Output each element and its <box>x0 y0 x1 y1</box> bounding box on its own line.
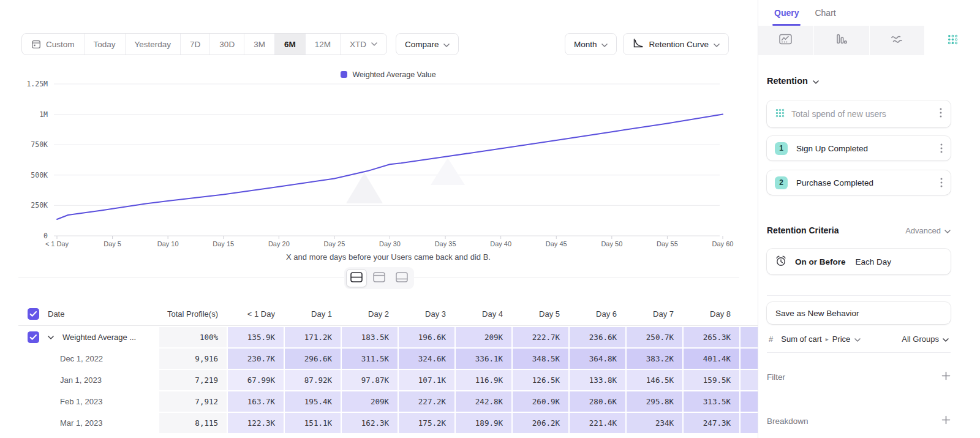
retention-value-cell: 126.5K <box>511 370 568 390</box>
step-card[interactable]: 1 Sign Up Completed <box>767 136 951 160</box>
view-toggle-table-only[interactable] <box>391 269 412 287</box>
save-as-new-behavior-button[interactable]: Save as New Behavior <box>767 302 951 324</box>
chart-type-bar[interactable] <box>814 26 869 55</box>
view-toggle-split-view[interactable] <box>346 269 367 287</box>
chart-type-flows[interactable] <box>870 26 925 55</box>
watermark-triangle <box>431 158 465 185</box>
column-header: Day 5 <box>511 309 568 319</box>
plus-icon[interactable] <box>941 415 951 426</box>
compare-button[interactable]: Compare <box>396 33 459 55</box>
alarm-clock-icon <box>775 255 787 269</box>
chevron-down-icon <box>813 76 819 86</box>
range-custom[interactable]: Custom <box>22 34 84 55</box>
divider <box>767 352 951 353</box>
chart-type-insights-line[interactable] <box>758 26 813 55</box>
table-row[interactable]: Dec 1, 20229,916230.7K296.6K311.5K324.6K… <box>18 349 758 369</box>
sidebar-tabs: QueryChart <box>758 0 980 26</box>
chart-style-dropdown[interactable]: Retention Curve <box>623 33 729 55</box>
chart-only-icon <box>373 272 385 285</box>
table-row[interactable]: Feb 1, 20237,912163.7K195.4K209K227.2K24… <box>18 391 758 412</box>
chevron-down-icon <box>854 334 861 344</box>
total-profiles-cell: 9,916 <box>159 349 227 369</box>
range-12m[interactable]: 12M <box>305 34 340 55</box>
x-axis-tick-label: Day 25 <box>310 240 359 247</box>
row-checkbox[interactable] <box>28 331 39 343</box>
tab-chart[interactable]: Chart <box>815 0 835 26</box>
range-6m[interactable]: 6M <box>274 34 305 55</box>
retention-value-cell: 122.3K <box>227 413 284 433</box>
table-row[interactable]: Jan 1, 20237,21967.99K87.92K97.87K107.1K… <box>18 370 758 390</box>
metric-property: Price <box>832 334 851 344</box>
y-axis-tick-label: 250K <box>18 200 48 210</box>
column-header: Day 7 <box>625 309 682 319</box>
expand-chevron-icon[interactable] <box>48 336 54 339</box>
column-header: < 1 Day <box>227 309 284 319</box>
toolbar-right-group: Month Retention Curve <box>565 33 729 55</box>
range-7d[interactable]: 7D <box>180 34 209 55</box>
column-header: Day 3 <box>398 309 454 319</box>
column-header: Day 1 <box>284 309 341 319</box>
y-axis-tick-label: 1.25M <box>18 79 48 89</box>
table-row[interactable]: Mar 1, 20238,115122.3K151.1K162.3K175.2K… <box>18 413 758 433</box>
chart-type-retention[interactable] <box>925 26 980 55</box>
x-axis-tick-label: Day 45 <box>532 240 581 247</box>
range-3m[interactable]: 3M <box>244 34 274 55</box>
retention-value-cell: 236.6K <box>568 327 625 347</box>
kebab-menu-icon[interactable] <box>940 108 942 120</box>
split-view-icon <box>350 272 363 285</box>
criteria-card[interactable]: On or Before Each Day <box>767 249 951 274</box>
step-card[interactable]: 2 Purchase Completed <box>767 170 951 195</box>
kebab-menu-icon[interactable] <box>940 143 943 153</box>
range-today[interactable]: Today <box>84 34 125 55</box>
chevron-down-icon <box>943 334 949 344</box>
behavior-title: Total spend of new users <box>791 109 933 119</box>
filter-add-row[interactable]: Filter <box>767 371 951 382</box>
granularity-dropdown[interactable]: Month <box>565 33 617 55</box>
range-xtd[interactable]: XTD <box>340 34 386 55</box>
row-label: Jan 1, 2023 <box>18 376 102 385</box>
breakdown-label: Breakdown <box>767 417 809 426</box>
select-all-checkbox[interactable] <box>28 308 39 320</box>
kebab-menu-icon[interactable] <box>940 178 943 187</box>
breakdown-add-row[interactable]: Breakdown <box>767 415 951 426</box>
behavior-card[interactable]: Total spend of new users <box>767 100 951 127</box>
date-range-group: CustomTodayYesterday7D30D3M6M12MXTD <box>21 33 387 55</box>
table-row[interactable]: Weighted Average ...100%135.9K171.2K183.… <box>18 327 758 347</box>
retention-section-header[interactable]: Retention <box>767 76 951 86</box>
insights-line-icon <box>779 34 792 47</box>
view-toggle-chart-only[interactable] <box>369 269 390 287</box>
groups-dropdown[interactable]: All Groups <box>902 334 949 344</box>
groups-value: All Groups <box>902 334 939 344</box>
retention-value-cell: 265.3K <box>682 327 739 347</box>
retention-icon <box>948 34 958 47</box>
chevron-down-icon <box>443 40 450 49</box>
column-header: Day 2 <box>341 309 398 319</box>
chevron-down-icon <box>601 40 608 49</box>
retention-value-cell: 250.7K <box>625 327 682 347</box>
x-axis-tick-label: Day 20 <box>254 240 303 247</box>
advanced-dropdown[interactable]: Advanced <box>905 226 951 235</box>
retention-value-cell: 171.2K <box>284 327 341 347</box>
metric-row[interactable]: # Sum of cart ▸ Price All Groups <box>767 334 951 344</box>
retention-value-cell: 107.1K <box>398 370 454 390</box>
y-axis-tick-label: 1M <box>18 110 48 119</box>
clipped-value-cell <box>739 349 758 369</box>
column-header: Day 6 <box>568 309 625 319</box>
retention-value-cell: 247.3K <box>682 413 739 433</box>
retention-value-cell: 116.9K <box>454 370 511 390</box>
plus-icon[interactable] <box>941 371 951 382</box>
divider <box>767 295 951 296</box>
x-axis-tick-label: Day 35 <box>421 240 470 247</box>
numeric-property-icon: # <box>769 334 773 344</box>
range-yesterday[interactable]: Yesterday <box>125 34 181 55</box>
retention-value-cell: 67.99K <box>227 370 284 390</box>
save-behavior-label: Save as New Behavior <box>775 309 859 318</box>
y-axis-tick-label: 500K <box>18 170 48 180</box>
tab-query[interactable]: Query <box>774 0 799 26</box>
row-label: Weighted Average ... <box>62 333 136 342</box>
x-axis-tick-label: Day 60 <box>698 240 747 247</box>
step-number-badge: 1 <box>775 142 788 155</box>
x-axis-tick-label: Day 50 <box>587 240 636 247</box>
range-30d[interactable]: 30D <box>209 34 244 55</box>
retention-chart: Weighted Average Value X and more days b… <box>18 80 729 271</box>
